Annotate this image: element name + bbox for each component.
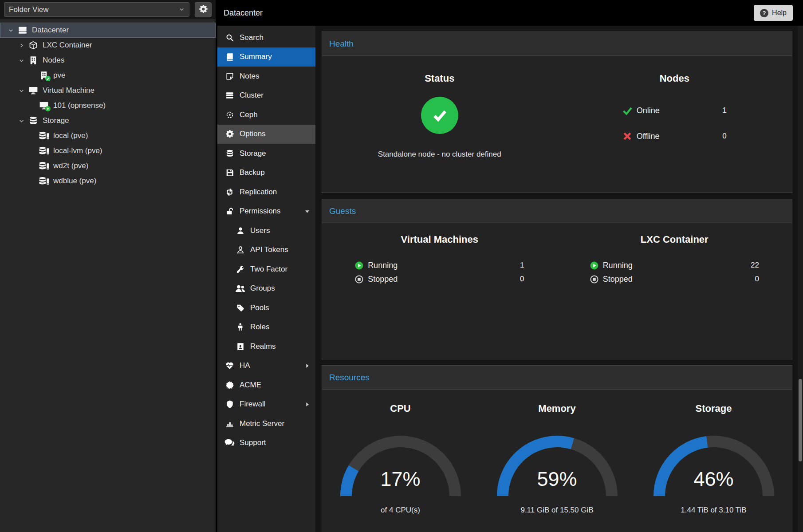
health-panel-header: Health xyxy=(322,32,792,56)
database-drive-icon xyxy=(37,162,51,170)
view-mode-select[interactable]: Folder View xyxy=(4,2,189,17)
menu-item-ha[interactable]: HA xyxy=(217,356,315,376)
cpu-heading: CPU xyxy=(390,403,410,414)
tree-item-pve[interactable]: pve xyxy=(0,68,216,83)
memory-percent: 59% xyxy=(491,468,624,491)
status-ok-icon xyxy=(421,97,458,134)
database-icon xyxy=(27,116,40,125)
online-value: 1 xyxy=(722,106,726,115)
menu-item-search[interactable]: Search xyxy=(217,28,315,47)
tree-item-label: Datacenter xyxy=(32,26,69,35)
menu-item-acme[interactable]: ACME xyxy=(217,375,315,395)
running-value: 22 xyxy=(751,261,759,270)
guests-panel-header: Guests xyxy=(322,199,792,223)
person-icon xyxy=(235,323,245,331)
menu-item-label: Users xyxy=(250,226,310,235)
menu-item-label: Permissions xyxy=(240,207,305,216)
menu-item-label: Search xyxy=(240,33,310,42)
memory-gauge: 59% xyxy=(491,430,624,500)
main-area: Datacenter ? Help SearchSummaryNotesClus… xyxy=(217,0,803,532)
menu-item-summary[interactable]: Summary xyxy=(217,47,315,67)
stopped-label: Stopped xyxy=(603,275,755,284)
online-label: Online xyxy=(637,106,723,115)
health-panel-body: Status Standalone node - no cluster defi… xyxy=(322,56,792,193)
chevron-down-icon xyxy=(179,7,185,12)
vm-rows: Running 1 Stopped 0 xyxy=(355,260,524,287)
menu-item-groups[interactable]: Groups xyxy=(217,279,315,299)
tree-settings-button[interactable] xyxy=(195,2,212,17)
storage-percent: 46% xyxy=(647,468,780,491)
status-message: Standalone node - no cluster defined xyxy=(378,150,501,159)
menu-item-label: Backup xyxy=(240,168,310,177)
tree-item-datacenter[interactable]: Datacenter xyxy=(0,23,216,38)
menu-item-api-tokens[interactable]: API Tokens xyxy=(217,240,315,260)
tree-item-lxc-container[interactable]: LXC Container xyxy=(0,38,216,53)
menu-item-users[interactable]: Users xyxy=(217,221,315,240)
menu-item-label: Realms xyxy=(250,342,310,351)
tree-item-storage[interactable]: Storage xyxy=(0,113,216,128)
tree-item-local-pve[interactable]: local (pve) xyxy=(0,128,216,143)
replication-icon xyxy=(224,188,235,196)
expander-chevron-down-icon[interactable] xyxy=(16,118,27,124)
heartbeat-icon xyxy=(224,362,235,370)
nodes-rows: Online 1 Offline 0 xyxy=(622,103,727,154)
menu-item-metric-server[interactable]: Metric Server xyxy=(217,414,315,433)
menu-item-pools[interactable]: Pools xyxy=(217,298,315,318)
menu-item-notes[interactable]: Notes xyxy=(217,67,315,86)
nodes-column: Nodes Online 1 xyxy=(557,73,792,193)
menu-item-cluster[interactable]: Cluster xyxy=(217,86,315,106)
tree-item-wdblue-pve[interactable]: wdblue (pve) xyxy=(0,173,216,189)
tree-header: Folder View xyxy=(0,0,216,19)
lxc-rows: Running 22 Stopped 0 xyxy=(590,260,759,287)
menu-item-label: HA xyxy=(240,361,305,370)
menu-item-realms[interactable]: Realms xyxy=(217,337,315,356)
expander-chevron-down-icon[interactable] xyxy=(5,28,16,33)
running-label: Running xyxy=(603,261,751,270)
lxc-stopped-row: Stopped 0 xyxy=(590,273,759,285)
menu-item-firewall[interactable]: Firewall xyxy=(217,395,315,414)
guests-panel-body: Virtual Machines Running 1 xyxy=(322,223,792,359)
tree-item-label: 101 (opnsense) xyxy=(53,101,106,110)
menu-item-label: API Tokens xyxy=(250,245,310,254)
menu-item-label: Cluster xyxy=(240,91,310,100)
menu-item-support[interactable]: Support xyxy=(217,433,315,453)
memory-heading: Memory xyxy=(538,403,575,414)
stopped-icon xyxy=(590,275,598,284)
resource-tree: DatacenterLXC ContainerNodespveVirtual M… xyxy=(0,19,216,532)
expander-chevron-right-icon[interactable] xyxy=(16,43,27,48)
tree-item-nodes[interactable]: Nodes xyxy=(0,53,216,68)
tree-item-virtual-machine[interactable]: Virtual Machine xyxy=(0,83,216,98)
stopped-label: Stopped xyxy=(368,275,520,284)
menu-item-replication[interactable]: Replication xyxy=(217,182,315,202)
running-value: 1 xyxy=(520,261,524,270)
tree-item-local-lvm-pve[interactable]: local-lvm (pve) xyxy=(0,143,216,158)
resources-panel: Resources CPU 17% o xyxy=(322,365,792,532)
view-mode-value: Folder View xyxy=(9,5,48,14)
help-button[interactable]: ? Help xyxy=(754,5,793,21)
menu-item-permissions[interactable]: Permissions xyxy=(217,202,315,221)
content-scrollbar[interactable] xyxy=(798,26,803,532)
health-panel-title: Health xyxy=(329,39,354,49)
database-drive-icon xyxy=(37,146,51,155)
tree-item-101-opnsense[interactable]: 101 (opnsense) xyxy=(0,98,216,113)
cpu-percent: 17% xyxy=(334,468,467,491)
floppy-icon xyxy=(224,169,235,177)
scrollbar-thumb[interactable] xyxy=(799,379,802,461)
expander-chevron-down-icon[interactable] xyxy=(16,88,27,94)
menu-item-options[interactable]: Options xyxy=(217,125,315,144)
unlock-icon xyxy=(224,207,235,215)
menu-item-label: ACME xyxy=(240,381,310,390)
memory-column: Memory 59% 9.11 GiB of 15.50 GiB xyxy=(479,403,635,532)
menu-item-label: Pools xyxy=(250,303,310,312)
menu-item-label: Notes xyxy=(240,72,310,81)
menu-item-roles[interactable]: Roles xyxy=(217,318,315,337)
storage-gauge: 46% xyxy=(647,430,780,500)
resources-panel-body: CPU 17% of 4 CPU(s) Memory xyxy=(322,390,792,532)
expander-chevron-down-icon[interactable] xyxy=(16,58,27,63)
tree-item-wd2t-pve[interactable]: wd2t (pve) xyxy=(0,158,216,173)
resource-tree-panel: Folder View DatacenterLXC ContainerNodes… xyxy=(0,0,217,532)
menu-item-backup[interactable]: Backup xyxy=(217,163,315,183)
menu-item-ceph[interactable]: Ceph xyxy=(217,105,315,125)
menu-item-two-factor[interactable]: Two Factor xyxy=(217,260,315,279)
menu-item-storage[interactable]: Storage xyxy=(217,144,315,163)
